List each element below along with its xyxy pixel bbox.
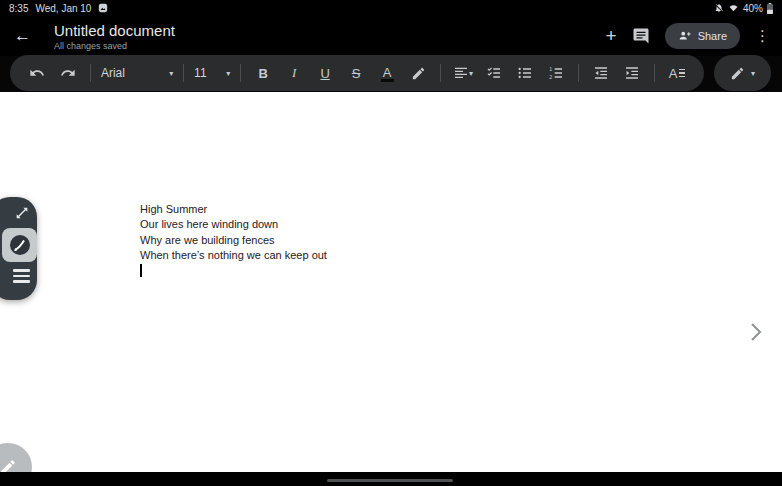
text-color-bar — [381, 79, 394, 82]
font-size-value: 11 — [194, 66, 206, 80]
status-date: Wed, Jan 10 — [35, 3, 91, 14]
chevron-down-icon: ▾ — [751, 69, 755, 78]
text-line[interactable]: Why are we building fences — [140, 234, 275, 246]
numbered-list-button[interactable]: 12 — [544, 61, 568, 85]
font-family-select[interactable]: Arial ▾ — [101, 66, 173, 80]
app-header: ← Untitled document All changes saved + … — [0, 16, 782, 56]
undo-button[interactable] — [25, 61, 49, 85]
format-toolbar: Arial ▾ 11 ▾ B I U S A ▾ 12 A — [10, 55, 704, 91]
title-block[interactable]: Untitled document All changes saved — [54, 22, 175, 51]
outdent-button[interactable] — [589, 61, 613, 85]
text-line[interactable]: High Summer — [140, 203, 207, 215]
back-button[interactable]: ← — [14, 26, 31, 46]
text-cursor — [140, 264, 142, 277]
divider — [90, 64, 91, 82]
font-family-value: Arial — [101, 66, 125, 80]
highlight-pen-button[interactable] — [406, 61, 430, 85]
menu-icon[interactable] — [13, 269, 30, 283]
align-button[interactable]: ▾ — [451, 61, 475, 85]
italic-button[interactable]: I — [282, 61, 306, 85]
divider — [440, 64, 441, 82]
bold-button[interactable]: B — [251, 61, 275, 85]
indent-button[interactable] — [620, 61, 644, 85]
text-style-lines-icon — [679, 69, 685, 78]
strikethrough-button[interactable]: S — [344, 61, 368, 85]
spen-tool-selected[interactable] — [2, 228, 37, 262]
text-line[interactable]: When there’s nothing we can keep out — [140, 249, 327, 261]
mute-icon — [714, 3, 724, 13]
text-color-button[interactable]: A — [375, 61, 399, 85]
home-indicator[interactable] — [327, 479, 453, 482]
next-page-chevron-icon[interactable] — [748, 322, 764, 342]
expand-icon[interactable] — [14, 205, 30, 221]
chevron-down-icon: ▾ — [469, 69, 473, 78]
divider — [578, 64, 579, 82]
divider — [240, 64, 241, 82]
text-style-button[interactable]: A — [665, 61, 689, 85]
overflow-menu-icon[interactable]: ⋮ — [755, 27, 770, 45]
text-line[interactable]: Our lives here winding down — [140, 218, 278, 230]
person-add-icon — [678, 29, 692, 43]
document-text[interactable]: High SummerOur lives here winding downWh… — [140, 202, 327, 264]
share-button[interactable]: Share — [665, 23, 740, 49]
bottom-nav-bar — [0, 472, 782, 486]
battery-icon — [767, 3, 773, 14]
checklist-button[interactable] — [482, 61, 506, 85]
spen-icon — [8, 233, 32, 257]
bulleted-list-button[interactable] — [513, 61, 537, 85]
chevron-down-icon: ▾ — [226, 69, 230, 78]
chevron-down-icon: ▾ — [169, 69, 173, 78]
save-status: All changes saved — [54, 41, 175, 51]
wifi-icon — [728, 3, 739, 13]
divider — [654, 64, 655, 82]
spen-floating-toolbar[interactable] — [0, 197, 37, 300]
svg-text:1: 1 — [549, 66, 552, 72]
page-title[interactable]: Untitled document — [54, 22, 175, 39]
status-time: 8:35 — [9, 3, 28, 14]
svg-text:2: 2 — [549, 74, 552, 80]
comments-icon[interactable] — [632, 27, 650, 45]
underline-button[interactable]: U — [313, 61, 337, 85]
notification-photos-icon — [98, 3, 108, 13]
redo-button[interactable] — [56, 61, 80, 85]
share-label: Share — [698, 30, 727, 42]
edit-mode-button[interactable]: ▾ — [714, 55, 771, 91]
pencil-icon — [730, 66, 745, 81]
battery-percent: 40% — [743, 3, 763, 14]
font-size-select[interactable]: 11 ▾ — [194, 66, 230, 80]
document-canvas[interactable]: High SummerOur lives here winding downWh… — [0, 92, 782, 472]
status-bar: 8:35 Wed, Jan 10 40% — [0, 0, 782, 16]
divider — [183, 64, 184, 82]
add-button[interactable]: + — [606, 25, 617, 47]
